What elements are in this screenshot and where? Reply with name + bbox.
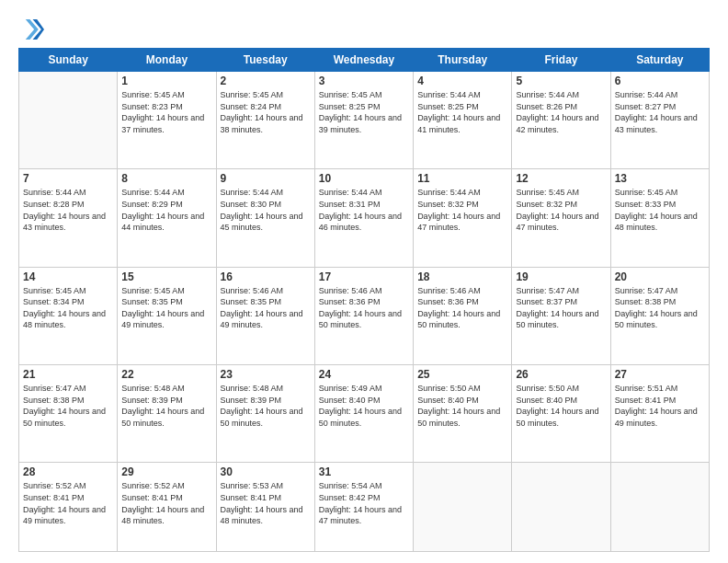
- day-info: Sunrise: 5:45 AM Sunset: 8:25 PM Dayligh…: [319, 89, 409, 135]
- day-number: 29: [121, 465, 211, 478]
- weekday-header-wednesday: Wednesday: [314, 49, 413, 72]
- weekday-header-monday: Monday: [118, 49, 216, 72]
- day-number: 4: [417, 75, 507, 87]
- day-cell: 5Sunrise: 5:44 AM Sunset: 8:26 PM Daylig…: [512, 72, 610, 169]
- day-info: Sunrise: 5:46 AM Sunset: 8:35 PM Dayligh…: [221, 285, 311, 331]
- day-info: Sunrise: 5:44 AM Sunset: 8:25 PM Dayligh…: [417, 89, 507, 135]
- day-cell: 2Sunrise: 5:45 AM Sunset: 8:24 PM Daylig…: [216, 72, 314, 169]
- day-cell: 19Sunrise: 5:47 AM Sunset: 8:37 PM Dayli…: [512, 267, 610, 364]
- day-number: 11: [417, 172, 507, 185]
- day-cell: 16Sunrise: 5:46 AM Sunset: 8:35 PM Dayli…: [216, 267, 314, 364]
- calendar-table: SundayMondayTuesdayWednesdayThursdayFrid…: [18, 48, 710, 552]
- day-info: Sunrise: 5:52 AM Sunset: 8:41 PM Dayligh…: [23, 480, 113, 526]
- day-cell: 27Sunrise: 5:51 AM Sunset: 8:41 PM Dayli…: [610, 364, 709, 462]
- week-row-1: 1Sunrise: 5:45 AM Sunset: 8:23 PM Daylig…: [19, 72, 710, 169]
- day-number: 1: [121, 75, 211, 87]
- day-number: 12: [516, 172, 606, 185]
- week-row-3: 14Sunrise: 5:45 AM Sunset: 8:34 PM Dayli…: [19, 267, 710, 364]
- day-cell: [512, 463, 610, 552]
- day-number: 2: [221, 75, 311, 87]
- day-info: Sunrise: 5:44 AM Sunset: 8:29 PM Dayligh…: [121, 187, 211, 233]
- day-cell: 23Sunrise: 5:48 AM Sunset: 8:39 PM Dayli…: [216, 364, 314, 462]
- week-row-2: 7Sunrise: 5:44 AM Sunset: 8:28 PM Daylig…: [19, 169, 710, 267]
- header: [18, 17, 710, 42]
- day-number: 9: [221, 172, 311, 185]
- day-cell: 30Sunrise: 5:53 AM Sunset: 8:41 PM Dayli…: [216, 463, 314, 552]
- day-info: Sunrise: 5:49 AM Sunset: 8:40 PM Dayligh…: [319, 383, 409, 429]
- day-cell: 6Sunrise: 5:44 AM Sunset: 8:27 PM Daylig…: [610, 72, 709, 169]
- day-number: 14: [23, 270, 113, 283]
- logo-icon: [18, 17, 44, 42]
- week-row-4: 21Sunrise: 5:47 AM Sunset: 8:38 PM Dayli…: [19, 364, 710, 462]
- day-info: Sunrise: 5:44 AM Sunset: 8:31 PM Dayligh…: [319, 187, 409, 233]
- day-number: 20: [615, 270, 705, 283]
- day-info: Sunrise: 5:47 AM Sunset: 8:38 PM Dayligh…: [615, 285, 705, 331]
- day-info: Sunrise: 5:50 AM Sunset: 8:40 PM Dayligh…: [417, 383, 507, 429]
- day-info: Sunrise: 5:44 AM Sunset: 8:28 PM Dayligh…: [23, 187, 113, 233]
- day-cell: 28Sunrise: 5:52 AM Sunset: 8:41 PM Dayli…: [19, 463, 118, 552]
- day-cell: 18Sunrise: 5:46 AM Sunset: 8:36 PM Dayli…: [414, 267, 512, 364]
- weekday-header-row: SundayMondayTuesdayWednesdayThursdayFrid…: [19, 49, 710, 72]
- day-number: 23: [221, 368, 311, 381]
- page: SundayMondayTuesdayWednesdayThursdayFrid…: [0, 0, 728, 563]
- day-number: 26: [516, 368, 606, 381]
- day-number: 22: [121, 368, 211, 381]
- day-cell: 14Sunrise: 5:45 AM Sunset: 8:34 PM Dayli…: [19, 267, 118, 364]
- day-cell: 8Sunrise: 5:44 AM Sunset: 8:29 PM Daylig…: [118, 169, 216, 267]
- day-info: Sunrise: 5:47 AM Sunset: 8:38 PM Dayligh…: [23, 383, 113, 429]
- day-cell: 15Sunrise: 5:45 AM Sunset: 8:35 PM Dayli…: [118, 267, 216, 364]
- day-number: 31: [319, 465, 409, 478]
- day-number: 24: [319, 368, 409, 381]
- day-info: Sunrise: 5:47 AM Sunset: 8:37 PM Dayligh…: [516, 285, 606, 331]
- day-info: Sunrise: 5:45 AM Sunset: 8:23 PM Dayligh…: [121, 89, 211, 135]
- day-info: Sunrise: 5:44 AM Sunset: 8:26 PM Dayligh…: [516, 89, 606, 135]
- day-cell: 13Sunrise: 5:45 AM Sunset: 8:33 PM Dayli…: [610, 169, 709, 267]
- day-cell: [19, 72, 118, 169]
- day-cell: 22Sunrise: 5:48 AM Sunset: 8:39 PM Dayli…: [118, 364, 216, 462]
- day-number: 10: [319, 172, 409, 185]
- day-number: 25: [417, 368, 507, 381]
- weekday-header-sunday: Sunday: [19, 49, 118, 72]
- day-cell: 25Sunrise: 5:50 AM Sunset: 8:40 PM Dayli…: [414, 364, 512, 462]
- day-cell: 29Sunrise: 5:52 AM Sunset: 8:41 PM Dayli…: [118, 463, 216, 552]
- day-info: Sunrise: 5:52 AM Sunset: 8:41 PM Dayligh…: [121, 480, 211, 526]
- day-info: Sunrise: 5:45 AM Sunset: 8:24 PM Dayligh…: [221, 89, 311, 135]
- day-info: Sunrise: 5:50 AM Sunset: 8:40 PM Dayligh…: [516, 383, 606, 429]
- day-info: Sunrise: 5:48 AM Sunset: 8:39 PM Dayligh…: [121, 383, 211, 429]
- day-cell: 3Sunrise: 5:45 AM Sunset: 8:25 PM Daylig…: [314, 72, 413, 169]
- day-number: 7: [23, 172, 113, 185]
- day-info: Sunrise: 5:46 AM Sunset: 8:36 PM Dayligh…: [417, 285, 507, 331]
- day-number: 18: [417, 270, 507, 283]
- day-cell: 20Sunrise: 5:47 AM Sunset: 8:38 PM Dayli…: [610, 267, 709, 364]
- day-number: 27: [615, 368, 705, 381]
- day-number: 8: [121, 172, 211, 185]
- day-number: 30: [221, 465, 311, 478]
- day-cell: 7Sunrise: 5:44 AM Sunset: 8:28 PM Daylig…: [19, 169, 118, 267]
- day-cell: [414, 463, 512, 552]
- day-number: 17: [319, 270, 409, 283]
- logo: [18, 17, 48, 42]
- day-info: Sunrise: 5:44 AM Sunset: 8:30 PM Dayligh…: [221, 187, 311, 233]
- day-cell: 26Sunrise: 5:50 AM Sunset: 8:40 PM Dayli…: [512, 364, 610, 462]
- day-number: 15: [121, 270, 211, 283]
- day-cell: 12Sunrise: 5:45 AM Sunset: 8:32 PM Dayli…: [512, 169, 610, 267]
- day-cell: 1Sunrise: 5:45 AM Sunset: 8:23 PM Daylig…: [118, 72, 216, 169]
- day-info: Sunrise: 5:53 AM Sunset: 8:41 PM Dayligh…: [221, 480, 311, 526]
- day-info: Sunrise: 5:45 AM Sunset: 8:33 PM Dayligh…: [615, 187, 705, 233]
- day-number: 13: [615, 172, 705, 185]
- day-info: Sunrise: 5:51 AM Sunset: 8:41 PM Dayligh…: [615, 383, 705, 429]
- day-info: Sunrise: 5:54 AM Sunset: 8:42 PM Dayligh…: [319, 480, 409, 526]
- day-info: Sunrise: 5:48 AM Sunset: 8:39 PM Dayligh…: [221, 383, 311, 429]
- day-number: 28: [23, 465, 113, 478]
- day-info: Sunrise: 5:44 AM Sunset: 8:27 PM Dayligh…: [615, 89, 705, 135]
- day-info: Sunrise: 5:45 AM Sunset: 8:34 PM Dayligh…: [23, 285, 113, 331]
- weekday-header-thursday: Thursday: [414, 49, 512, 72]
- day-info: Sunrise: 5:45 AM Sunset: 8:35 PM Dayligh…: [121, 285, 211, 331]
- day-number: 5: [516, 75, 606, 87]
- day-cell: 11Sunrise: 5:44 AM Sunset: 8:32 PM Dayli…: [414, 169, 512, 267]
- weekday-header-friday: Friday: [512, 49, 610, 72]
- weekday-header-tuesday: Tuesday: [216, 49, 314, 72]
- day-cell: 9Sunrise: 5:44 AM Sunset: 8:30 PM Daylig…: [216, 169, 314, 267]
- day-cell: 17Sunrise: 5:46 AM Sunset: 8:36 PM Dayli…: [314, 267, 413, 364]
- day-number: 16: [221, 270, 311, 283]
